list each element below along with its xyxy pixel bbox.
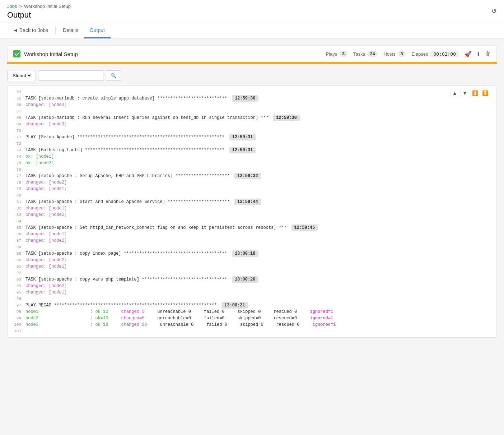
empty-line bbox=[25, 328, 496, 334]
log-line: 65TASK [setup-mariadb : create simple ap… bbox=[8, 95, 496, 102]
breadcrumb-sep: > bbox=[19, 4, 22, 9]
task-line: TASK [setup-apache : copy index page] **… bbox=[25, 250, 496, 257]
empty-line bbox=[25, 89, 496, 95]
line-number: 64 bbox=[8, 89, 25, 95]
log-line: 67 bbox=[8, 108, 496, 115]
changed-line: changed: [node2] bbox=[25, 257, 496, 263]
output-container: ▲ ▼ ⏫ ⏬ 6465TASK [setup-mariadb : create… bbox=[7, 85, 497, 338]
delete-icon[interactable]: 🗑 bbox=[485, 51, 491, 57]
tasks-stat: Tasks 24 bbox=[353, 51, 378, 57]
line-number: 67 bbox=[8, 108, 25, 115]
tasks-count: 24 bbox=[367, 51, 378, 57]
log-line: 64 bbox=[8, 89, 496, 95]
empty-line bbox=[25, 140, 496, 147]
log-line: 94changed: [node2] bbox=[8, 283, 496, 289]
time-badge: 12:59:45 bbox=[291, 225, 318, 231]
time-badge: 12:59:31 bbox=[229, 134, 256, 140]
line-number: 85 bbox=[8, 225, 25, 231]
empty-line bbox=[25, 218, 496, 225]
elapsed-label: Elapsed bbox=[411, 51, 428, 57]
line-number: 69 bbox=[8, 121, 25, 128]
job-title: Workshop Initial Setup bbox=[24, 51, 78, 57]
tab-details[interactable]: Details bbox=[57, 23, 84, 38]
tab-divider bbox=[55, 27, 56, 34]
empty-line bbox=[25, 244, 496, 250]
line-number: 78 bbox=[8, 179, 25, 186]
empty-line bbox=[25, 108, 496, 115]
line-number: 70 bbox=[8, 128, 25, 134]
line-number: 100 bbox=[8, 321, 25, 328]
line-number: 91 bbox=[8, 263, 25, 270]
empty-line bbox=[25, 296, 496, 302]
changed-line: changed: [node1] bbox=[25, 263, 496, 270]
search-button[interactable]: 🔍 bbox=[106, 70, 121, 81]
changed-line: changed: [node1] bbox=[25, 231, 496, 237]
line-number: 68 bbox=[8, 115, 25, 121]
log-line: 70 bbox=[8, 128, 496, 134]
tasks-label: Tasks bbox=[353, 51, 365, 57]
log-line: 87changed: [node2] bbox=[8, 237, 496, 244]
nav-top-arrow[interactable]: ⏫ bbox=[471, 89, 479, 97]
tab-back-to-jobs[interactable]: ◄ Back to Jobs bbox=[7, 23, 54, 38]
line-number: 65 bbox=[8, 95, 25, 102]
line-number: 88 bbox=[8, 244, 25, 250]
tab-back-label: Back to Jobs bbox=[19, 27, 48, 33]
log-line: 89TASK [setup-apache : copy index page] … bbox=[8, 250, 496, 257]
rocket-icon[interactable]: 🚀 bbox=[465, 51, 472, 57]
stdout-selector[interactable]: Stdout bbox=[7, 70, 36, 81]
time-badge: 13:00:20 bbox=[232, 276, 258, 283]
output-nav: ▲ ▼ ⏫ ⏬ bbox=[451, 89, 489, 97]
log-line: 101 bbox=[8, 328, 496, 334]
line-number: 87 bbox=[8, 237, 25, 244]
line-number: 71 bbox=[8, 134, 25, 140]
log-line: 73TASK [Gathering Facts] ***************… bbox=[8, 147, 496, 153]
download-icon[interactable]: ⬇ bbox=[476, 51, 481, 57]
log-line: 74ok: [node1] bbox=[8, 153, 496, 160]
task-line: TASK [Gathering Facts] *****************… bbox=[25, 147, 496, 153]
tab-output[interactable]: Output bbox=[84, 23, 111, 38]
breadcrumb: Jobs > Workshop Initial Setup bbox=[7, 4, 497, 9]
plays-stat: Plays 3 bbox=[326, 51, 347, 57]
empty-line bbox=[25, 128, 496, 134]
nav-up-arrow[interactable]: ▲ bbox=[451, 89, 459, 97]
changed-line: changed: [node2] bbox=[25, 283, 496, 289]
hosts-label: Hosts bbox=[383, 51, 395, 57]
search-input[interactable] bbox=[39, 70, 103, 81]
line-number: 93 bbox=[8, 276, 25, 283]
action-icons: 🚀 ⬇ 🗑 bbox=[465, 51, 491, 57]
nav-bottom-arrow[interactable]: ⏬ bbox=[481, 89, 489, 97]
breadcrumb-jobs-link[interactable]: Jobs bbox=[7, 4, 17, 9]
line-number: 95 bbox=[8, 289, 25, 296]
log-line: 72 bbox=[8, 140, 496, 147]
log-line: 81TASK [setup-apache : Start and enabble… bbox=[8, 199, 496, 205]
log-line: 66changed: [node3] bbox=[8, 102, 496, 108]
time-badge: 12:59:44 bbox=[234, 199, 261, 205]
plays-count: 3 bbox=[339, 51, 347, 57]
log-line: 71PLAY [Setup Apache] ******************… bbox=[8, 134, 496, 140]
play-line: PLAY [Setup Apache] ********************… bbox=[25, 134, 496, 140]
changed-line: changed: [node1] bbox=[25, 205, 496, 212]
log-line: 99node2 : ok=10 changed=5 unreachable=0 … bbox=[8, 315, 496, 321]
line-number: 89 bbox=[8, 250, 25, 257]
log-line: 93TASK [setup-apache : copy vars php tem… bbox=[8, 276, 496, 283]
line-number: 83 bbox=[8, 212, 25, 218]
line-number: 96 bbox=[8, 296, 25, 302]
log-line: 76 bbox=[8, 166, 496, 173]
history-icon[interactable]: ↺ bbox=[491, 7, 497, 15]
task-line: TASK [setup-apache : Set httpd_can_netwo… bbox=[25, 225, 496, 231]
line-number: 84 bbox=[8, 218, 25, 225]
stdout-select-input[interactable]: Stdout bbox=[11, 73, 32, 79]
log-line: 88 bbox=[8, 244, 496, 250]
log-line: 86changed: [node1] bbox=[8, 231, 496, 237]
log-line: 83changed: [node2] bbox=[8, 212, 496, 218]
line-number: 92 bbox=[8, 270, 25, 276]
recap-line: PLAY RECAP *****************************… bbox=[25, 302, 496, 309]
nav-down-arrow[interactable]: ▼ bbox=[461, 89, 469, 97]
line-number: 86 bbox=[8, 231, 25, 237]
changed-line: changed: [node2] bbox=[25, 237, 496, 244]
log-line: 82changed: [node1] bbox=[8, 205, 496, 212]
changed-line: changed: [node3] bbox=[25, 121, 496, 128]
log-line: 80 bbox=[8, 192, 496, 199]
log-line: 75ok: [node2] bbox=[8, 160, 496, 166]
hosts-count: 3 bbox=[398, 51, 406, 57]
